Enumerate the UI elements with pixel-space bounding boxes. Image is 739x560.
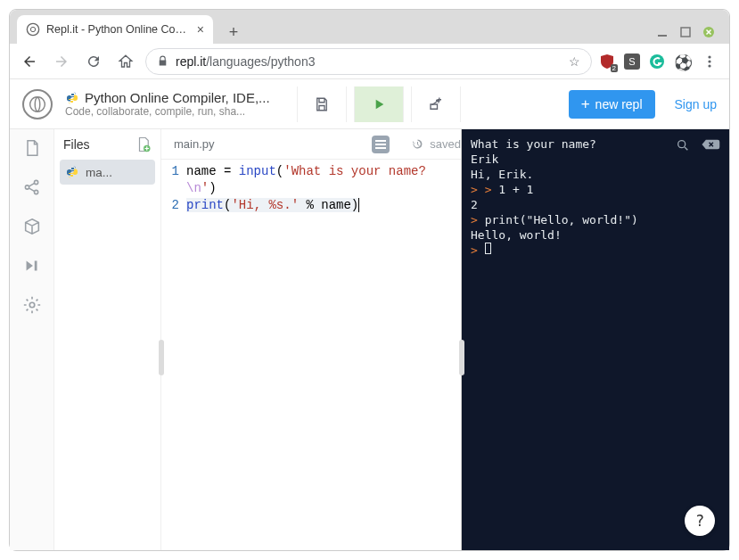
forward-button[interactable]	[49, 49, 74, 74]
browser-tab[interactable]: Repl.it - Python Online Compil ×	[17, 15, 213, 44]
debugger-icon[interactable]	[21, 254, 44, 277]
url-field[interactable]: repl.it/languages/python3 ☆	[145, 48, 592, 75]
svg-point-7	[708, 55, 710, 58]
editor-tab-label: main.py	[174, 137, 215, 151]
console-search-icon[interactable]	[676, 138, 690, 152]
file-item[interactable]: ma...	[60, 160, 155, 185]
left-rail	[10, 129, 54, 550]
svg-rect-17	[375, 144, 386, 145]
share-button[interactable]	[411, 86, 461, 122]
replit-favicon	[26, 22, 40, 37]
resize-handle[interactable]	[159, 340, 164, 375]
svg-point-19	[678, 141, 686, 148]
window-maximize-icon[interactable]	[679, 26, 692, 38]
svg-rect-16	[375, 140, 386, 142]
run-button[interactable]	[354, 86, 404, 122]
svg-point-14	[29, 302, 35, 308]
files-panel: Files ma...	[54, 129, 161, 550]
console-panel[interactable]: What is your name? Erik Hi, Erik. > > 1 …	[462, 129, 729, 550]
files-heading: Files	[63, 137, 90, 152]
share-link-icon[interactable]	[21, 176, 44, 199]
svg-rect-13	[34, 261, 37, 271]
editor-tab[interactable]: main.py	[161, 129, 227, 159]
file-item-label: ma...	[86, 166, 112, 179]
console-clear-icon[interactable]	[701, 138, 720, 152]
svg-point-11	[34, 180, 37, 184]
ext-s-icon[interactable]: S	[624, 54, 640, 70]
python-lang-icon	[65, 91, 79, 105]
replit-logo-icon[interactable]	[22, 89, 53, 119]
code-content: name = input('What is your name?\n') pri…	[186, 163, 456, 214]
settings-icon[interactable]	[21, 293, 44, 317]
url-text: repl.it/languages/python3	[176, 54, 315, 69]
lock-icon	[157, 55, 168, 67]
home-button[interactable]	[113, 49, 138, 74]
replit-header: Python Online Compiler, IDE,... Code, co…	[10, 79, 729, 129]
svg-point-9	[708, 64, 710, 67]
window-minimize-icon[interactable]	[656, 26, 669, 38]
svg-rect-18	[375, 147, 386, 149]
grammarly-icon[interactable]	[649, 54, 665, 70]
resize-handle[interactable]	[459, 340, 464, 375]
tab-title: Repl.it - Python Online Compil	[46, 23, 191, 36]
repl-subtitle: Code, collaborate, compile, run, sha...	[65, 105, 270, 118]
svg-text:S: S	[628, 56, 635, 67]
line-gutter: 1 2	[161, 163, 186, 214]
address-bar: repl.it/languages/python3 ☆ 2 S ⚽	[10, 44, 729, 79]
new-repl-button[interactable]: +new repl	[569, 90, 655, 119]
save-button[interactable]	[297, 86, 347, 122]
editor-panel: main.py saved 1 2 name = input('What is …	[161, 129, 462, 550]
svg-point-8	[708, 60, 710, 62]
browser-menu-icon[interactable]	[697, 49, 722, 74]
browser-tabbar: Repl.it - Python Online Compil × +	[10, 10, 729, 44]
ublock-badge: 2	[611, 64, 618, 72]
repl-title: Python Online Compiler, IDE,...	[85, 90, 270, 105]
add-file-button[interactable]	[135, 136, 152, 152]
code-editor[interactable]: 1 2 name = input('What is your name?\n')…	[161, 160, 461, 214]
svg-point-6	[650, 54, 664, 69]
reload-button[interactable]	[81, 49, 106, 74]
bookmark-star-icon[interactable]: ☆	[569, 54, 580, 69]
soccer-ball-icon[interactable]: ⚽	[674, 54, 690, 70]
packages-icon[interactable]	[21, 215, 44, 238]
svg-point-12	[34, 190, 37, 194]
text-cursor	[358, 198, 359, 212]
signup-link[interactable]: Sign up	[675, 97, 717, 111]
files-icon[interactable]	[21, 136, 44, 160]
svg-point-10	[25, 185, 29, 189]
ublock-icon[interactable]: 2	[599, 54, 615, 70]
saved-indicator: saved	[411, 137, 461, 151]
python-file-icon	[65, 165, 79, 179]
window-close-icon[interactable]	[702, 26, 715, 38]
terminal-cursor	[485, 243, 491, 254]
back-button[interactable]	[17, 49, 42, 74]
close-tab-icon[interactable]: ×	[197, 22, 204, 37]
tab-menu-icon[interactable]	[372, 136, 390, 153]
history-icon	[411, 137, 424, 151]
help-button[interactable]: ?	[685, 506, 715, 536]
new-tab-button[interactable]: +	[222, 21, 245, 44]
svg-point-0	[27, 23, 38, 35]
svg-rect-2	[681, 28, 690, 37]
